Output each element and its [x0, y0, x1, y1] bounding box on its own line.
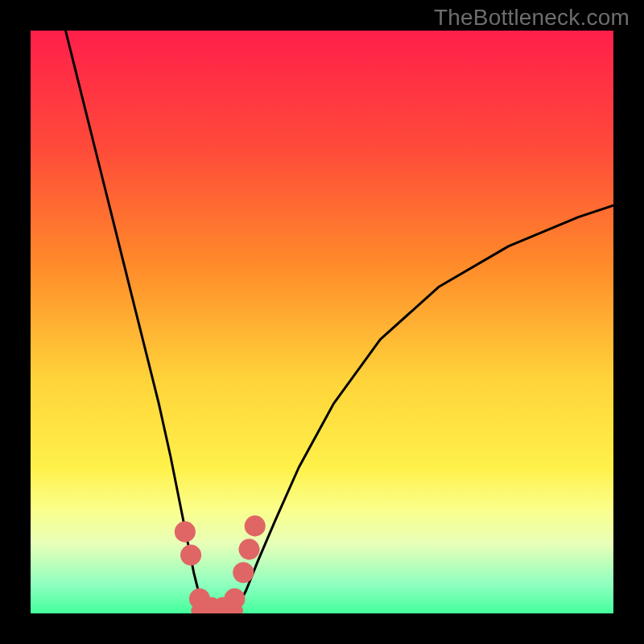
valley-marker-7 [238, 539, 259, 559]
gradient-background [31, 31, 613, 613]
chart-frame: TheBottleneck.com [0, 0, 644, 644]
chart-svg [31, 31, 613, 613]
plot-area [31, 31, 613, 613]
valley-marker-1 [180, 545, 201, 566]
valley-marker-5 [224, 588, 245, 609]
valley-marker-8 [245, 515, 266, 536]
valley-marker-6 [233, 562, 254, 583]
valley-marker-0 [175, 522, 196, 543]
watermark-text: TheBottleneck.com [434, 5, 630, 31]
